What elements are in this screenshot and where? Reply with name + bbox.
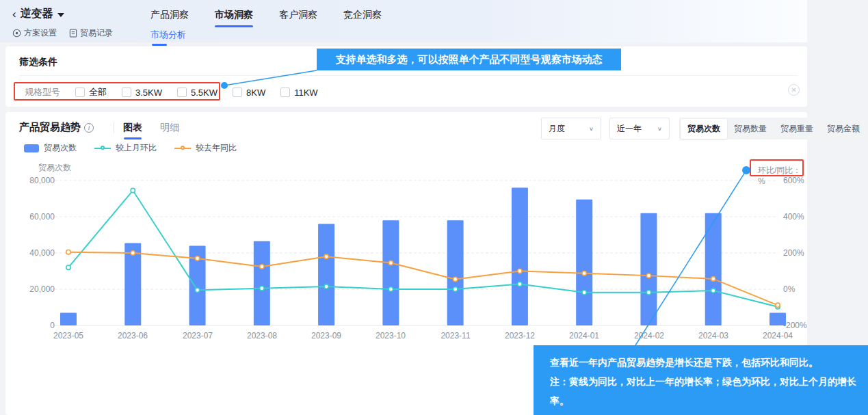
checkbox-label: 3.5KW — [135, 88, 162, 98]
insight-tabs: 产品洞察 市场洞察 客户洞察 竞企洞察 — [150, 9, 382, 27]
checkbox-icon[interactable] — [280, 88, 290, 97]
top-header: ‹ 逆变器 方案设置 贸易记录 产品洞察 市场洞察 客户洞察 竞企洞察 市场分析 — [0, 0, 807, 42]
tab-product-insight[interactable]: 产品洞察 — [150, 9, 189, 27]
legend-label: 较上月环比 — [116, 142, 157, 154]
spec-filter-label: 规格型号 — [25, 86, 60, 98]
page-title[interactable]: 逆变器 — [21, 7, 53, 21]
metric-trade-amount-button[interactable]: 贸易金额 — [820, 119, 867, 139]
chevron-down-icon: ∨ — [657, 126, 662, 132]
divider — [114, 122, 114, 133]
chevron-down-icon[interactable] — [57, 13, 64, 17]
checkbox-icon[interactable] — [177, 88, 187, 97]
checkbox-all[interactable]: 全部 — [75, 86, 107, 98]
chart-tooltip: 查看近一年内产品贸易趋势是增长还是下跌，包括环比和同比。 注：黄线为同比，对比上… — [534, 345, 868, 415]
tab-competitor-insight[interactable]: 竞企洞察 — [343, 9, 382, 27]
checkbox-8kw[interactable]: 8KW — [233, 88, 265, 98]
legend-bar-swatch-icon — [24, 144, 39, 152]
legend-trade-count[interactable]: 贸易次数 — [24, 142, 77, 154]
chart-tooltip-line1: 查看近一年内产品贸易趋势是增长还是下跌，包括环比和同比。 — [550, 353, 857, 372]
checkbox-icon[interactable] — [233, 88, 242, 97]
range-select-value: 近一年 — [617, 123, 642, 135]
target-icon — [12, 29, 21, 38]
range-select[interactable]: 近一年 ∨ — [609, 118, 670, 139]
trade-records-label: 贸易记录 — [80, 27, 113, 39]
checkbox-label: 5.5KW — [191, 88, 218, 98]
checkbox-5-5kw[interactable]: 5.5KW — [177, 88, 218, 98]
subtab-market-analysis[interactable]: 市场分析 — [150, 29, 186, 41]
document-icon — [69, 29, 77, 38]
checkbox-label: 全部 — [89, 86, 107, 98]
metric-trade-quantity-button[interactable]: 贸易数量 — [727, 119, 774, 139]
chart-legend: 贸易次数 较上月环比 较去年同比 — [24, 142, 237, 154]
clear-filter-icon[interactable]: ✕ — [788, 84, 800, 96]
plan-settings-button[interactable]: 方案设置 — [12, 27, 57, 39]
spec-filter-row: 规格型号 全部 3.5KW 5.5KW 8KW 11KW — [25, 86, 333, 98]
checkbox-icon[interactable] — [122, 88, 131, 97]
period-select-value: 月度 — [549, 123, 565, 135]
legend-yoy[interactable]: 较去年同比 — [174, 142, 237, 154]
filter-section-title: 筛选条件 — [19, 56, 57, 68]
metric-trade-count-button[interactable]: 贸易次数 — [681, 119, 727, 139]
trade-records-button[interactable]: 贸易记录 — [69, 27, 113, 39]
legend-label: 贸易次数 — [44, 142, 77, 154]
checkbox-3-5kw[interactable]: 3.5KW — [122, 88, 162, 98]
chart-tooltip-line2: 注：黄线为同比，对比上一年的增长率；绿色为环比，对比上个月的增长率。 — [550, 372, 857, 410]
metric-button-group: 贸易次数 贸易数量 贸易重量 贸易金额 — [679, 118, 868, 139]
trend-title: 产品贸易趋势 — [19, 121, 81, 134]
tab-detail-view[interactable]: 明细 — [160, 122, 179, 139]
metric-trade-weight-button[interactable]: 贸易重量 — [774, 119, 820, 139]
period-select[interactable]: 月度 ∨ — [541, 118, 601, 139]
back-icon[interactable]: ‹ — [12, 8, 16, 20]
divider — [19, 75, 798, 76]
tab-market-insight[interactable]: 市场洞察 — [215, 9, 253, 27]
checkbox-label: 8KW — [246, 88, 265, 98]
legend-line-marker-icon — [174, 148, 191, 149]
checkbox-11kw[interactable]: 11KW — [280, 88, 317, 98]
legend-mom[interactable]: 较上月环比 — [94, 142, 157, 154]
plan-settings-label: 方案设置 — [24, 27, 57, 39]
filter-tooltip: 支持单选和多选，可以按照单个产品不同型号观察市场动态 — [317, 49, 621, 70]
legend-label: 较去年同比 — [196, 142, 237, 154]
tab-customer-insight[interactable]: 客户洞察 — [279, 9, 317, 27]
tab-chart-view[interactable]: 图表 — [123, 122, 142, 139]
legend-line-marker-icon — [94, 148, 111, 149]
checkbox-label: 11KW — [294, 88, 317, 98]
info-icon[interactable]: i — [84, 123, 94, 133]
chevron-down-icon: ∨ — [589, 126, 594, 132]
trend-chart-canvas — [5, 160, 807, 338]
checkbox-icon[interactable] — [75, 88, 85, 97]
